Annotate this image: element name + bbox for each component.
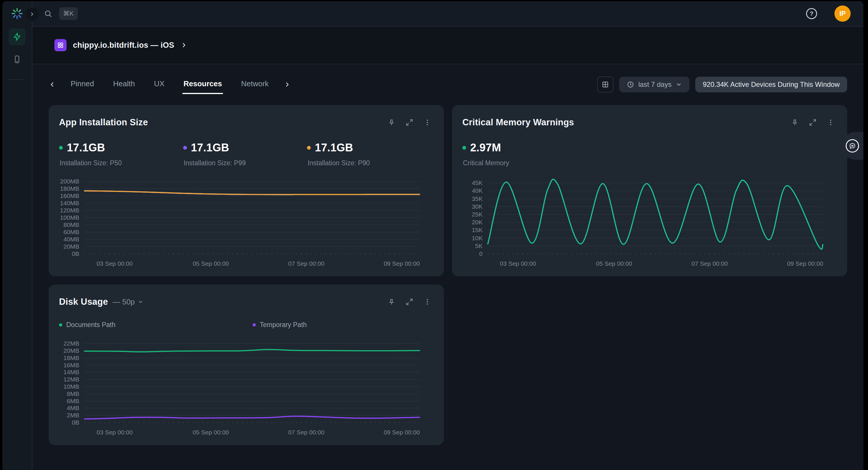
legend-dot: [253, 323, 256, 326]
tab-health[interactable]: Health: [112, 75, 136, 94]
legend-label: Documents Path: [66, 321, 116, 329]
card-title: Disk Usage: [59, 297, 108, 307]
avatar-initials: IP: [839, 10, 846, 18]
card-actions: [791, 119, 834, 126]
kebab-menu-button[interactable]: [827, 119, 834, 126]
tab-resources[interactable]: Resources: [182, 75, 223, 94]
lightning-icon: [13, 32, 22, 41]
card-actions: [388, 298, 431, 305]
y-axis-label: 25K: [472, 211, 483, 218]
y-axis-label: 60MB: [63, 229, 79, 236]
card-app-installation-size: App Installation Size: [49, 105, 444, 276]
stat-dot: [307, 146, 311, 150]
search-input[interactable]: ⌘K: [44, 7, 78, 20]
kebab-menu-button[interactable]: [424, 298, 431, 305]
legend-label: Temporary Path: [260, 321, 307, 329]
y-axis-label: 40K: [472, 187, 483, 194]
sidebar-collapse-button[interactable]: [26, 7, 39, 21]
y-axis: 45K40K35K30K25K20K15K10K5K0: [462, 179, 488, 254]
x-axis: 03 Sep 00:0005 Sep 00:0007 Sep 00:0009 S…: [85, 254, 420, 268]
chevron-down-icon: [676, 81, 682, 88]
stat-dot: [59, 146, 63, 150]
y-axis-label: 14MB: [63, 369, 79, 376]
card-header: Critical Memory Warnings: [462, 117, 834, 128]
y-axis-label: 30K: [472, 203, 483, 210]
y-axis-label: 0B: [72, 419, 79, 426]
x-axis-label: 05 Sep 00:00: [193, 260, 229, 267]
sidebar-item-timeline[interactable]: [9, 28, 26, 45]
stat-dot: [183, 146, 187, 150]
y-axis-label: 20MB: [63, 243, 79, 250]
chat-bubble-icon: [846, 139, 859, 152]
app-installation-size-chart: 200MB180MB160MB140MB120MB100MB80MB60MB40…: [59, 179, 431, 268]
y-axis-label: 15K: [472, 227, 483, 234]
avatar[interactable]: IP: [834, 5, 850, 22]
expand-button[interactable]: [406, 298, 413, 305]
question-mark-icon: ?: [810, 10, 814, 17]
card-header: App Installation Size: [59, 117, 431, 128]
tabs-scroll-left-button[interactable]: [49, 81, 56, 88]
pin-button[interactable]: [791, 119, 799, 126]
time-range-select[interactable]: last 7 days: [619, 77, 689, 92]
active-devices-label: 920.34K Active Devices During This Windo…: [703, 81, 840, 89]
tabs-row: Pinned Health UX Resources Network: [49, 75, 847, 94]
main-area: chippy.io.bitdrift.ios — iOS Pinned Heal…: [32, 27, 863, 470]
legend-temporary-path: Temporary Path: [253, 321, 307, 329]
expand-button[interactable]: [406, 119, 413, 126]
legend-dot: [59, 323, 62, 326]
series-line: [85, 350, 420, 352]
x-axis: 03 Sep 00:0005 Sep 00:0007 Sep 00:0009 S…: [488, 254, 823, 268]
tab-network[interactable]: Network: [240, 75, 270, 94]
legend-row: Documents Path Temporary Path: [59, 321, 431, 329]
y-axis-label: 200MB: [60, 178, 79, 185]
stat-label: Critical Memory: [463, 159, 834, 167]
chevron-down-icon: [138, 299, 144, 305]
y-axis-label: 120MB: [60, 207, 79, 214]
y-axis-label: 0B: [72, 250, 79, 257]
tabs-scroll-right-button[interactable]: [284, 81, 291, 88]
y-axis-label: 20K: [472, 219, 483, 226]
stat-value: 17.1GB: [67, 142, 105, 154]
stats-row: 17.1GB Installation Size: P50 17.1GB Ins…: [59, 142, 431, 167]
x-axis-label: 09 Sep 00:00: [384, 429, 420, 436]
tab-pinned[interactable]: Pinned: [69, 75, 95, 94]
clock-icon: [627, 81, 634, 88]
x-axis: 03 Sep 00:0005 Sep 00:0007 Sep 00:0009 S…: [85, 422, 420, 437]
series-line: [85, 416, 420, 419]
x-axis-label: 03 Sep 00:00: [500, 260, 536, 267]
y-axis-label: 180MB: [60, 185, 79, 192]
x-axis-label: 03 Sep 00:00: [97, 260, 133, 267]
stat-p99: 17.1GB Installation Size: P99: [183, 142, 307, 167]
x-axis-label: 09 Sep 00:00: [787, 260, 823, 267]
grid-layout-button[interactable]: [597, 77, 613, 93]
y-axis-label: 40MB: [63, 236, 79, 243]
sidebar-item-devices[interactable]: [9, 51, 26, 68]
y-axis-label: 35K: [472, 195, 483, 202]
plot-area: [85, 340, 420, 422]
app-grid-icon: [54, 39, 66, 51]
stat-value: 17.1GB: [191, 142, 229, 154]
percentile-select[interactable]: — 50p: [113, 297, 144, 306]
y-axis-label: 80MB: [63, 222, 79, 228]
y-axis-label: 6MB: [67, 398, 79, 405]
grid-icon: [601, 81, 609, 88]
y-axis-label: 10K: [472, 235, 483, 242]
smartphone-icon: [13, 55, 22, 64]
pin-button[interactable]: [388, 119, 395, 126]
help-button[interactable]: ?: [806, 8, 817, 19]
tab-ux[interactable]: UX: [153, 75, 165, 94]
app-switcher-button[interactable]: chippy.io.bitdrift.ios — iOS: [54, 39, 187, 51]
pin-button[interactable]: [388, 298, 395, 305]
kebab-menu-button[interactable]: [424, 119, 431, 126]
x-axis-label: 07 Sep 00:00: [691, 260, 728, 267]
plot-area: [85, 179, 420, 254]
expand-button[interactable]: [809, 119, 816, 126]
y-axis-label: 160MB: [60, 193, 79, 199]
stat-dot: [462, 146, 466, 150]
legend-documents-path: Documents Path: [59, 321, 253, 329]
x-axis-label: 07 Sep 00:00: [288, 260, 324, 267]
y-axis-label: 140MB: [60, 200, 79, 207]
y-axis-label: 8MB: [67, 390, 79, 398]
time-range-value: last 7 days: [638, 81, 672, 89]
critical-memory-warnings-chart: 45K40K35K30K25K20K15K10K5K003 Sep 00:000…: [462, 179, 834, 268]
